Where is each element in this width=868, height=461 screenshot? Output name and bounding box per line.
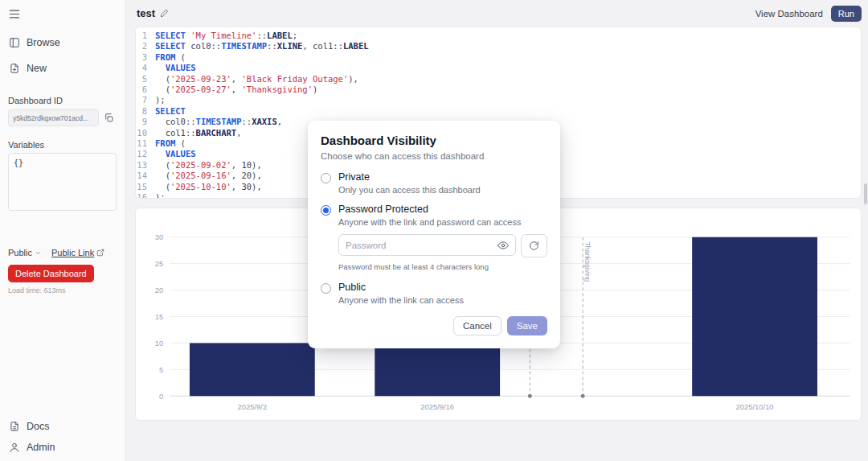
option-description: Only you can access this dashboard <box>338 185 547 195</box>
radio-private[interactable] <box>321 173 331 183</box>
code-line: 2SELECT col0::TIMESTAMP::XLINE, col1::LA… <box>136 41 861 51</box>
password-input[interactable] <box>346 241 497 250</box>
option-label: Password Protected <box>338 204 547 215</box>
sidebar-item-new[interactable]: New <box>9 63 47 74</box>
svg-text:25: 25 <box>155 259 163 268</box>
svg-text:10: 10 <box>155 339 163 348</box>
hamburger-icon <box>8 8 21 20</box>
option-private[interactable]: Private Only you can access this dashboa… <box>321 171 547 195</box>
svg-text:20: 20 <box>155 286 163 294</box>
edit-pencil-icon[interactable] <box>160 9 169 18</box>
code-line: 7); <box>136 95 861 105</box>
view-dashboard-button[interactable]: View Dashboard <box>755 9 823 19</box>
svg-text:Thanksgiving: Thanksgiving <box>583 242 592 282</box>
svg-text:2025/9/16: 2025/9/16 <box>420 402 454 411</box>
svg-text:5: 5 <box>159 365 163 374</box>
visibility-options: Private Only you can access this dashboa… <box>321 171 547 305</box>
svg-text:15: 15 <box>155 312 163 321</box>
browse-icon <box>9 37 20 48</box>
sidebar: Browse New Dashboard ID Variables {} Pub… <box>0 0 126 461</box>
variables-editor[interactable]: {} <box>8 153 117 211</box>
variables-label: Variables <box>8 140 44 150</box>
external-link-icon <box>96 249 104 257</box>
sidebar-item-browse[interactable]: Browse <box>9 37 60 48</box>
dashboard-id-row <box>8 109 119 126</box>
page-scrollbar[interactable] <box>864 183 867 204</box>
sidebar-item-label: Admin <box>27 442 55 453</box>
public-link[interactable]: Public Link <box>51 248 104 257</box>
svg-text:30: 30 <box>155 233 163 241</box>
eye-icon[interactable] <box>497 240 509 251</box>
page-title: test <box>137 7 169 19</box>
sidebar-footer: Docs Admin <box>9 421 55 453</box>
docs-icon <box>9 421 20 432</box>
radio-password-protected[interactable] <box>321 205 331 216</box>
delete-dashboard-button[interactable]: Delete Dashboard <box>8 265 94 282</box>
password-hint: Password must be at least 4 characters l… <box>338 262 547 271</box>
refresh-icon <box>529 241 539 251</box>
code-line: 6 ('2025-09-27', 'Thanksgiving') <box>136 84 861 95</box>
copy-icon <box>104 113 114 123</box>
option-text: Public Anyone with the link can access <box>338 282 547 305</box>
modal-title: Dashboard Visibility <box>321 134 547 147</box>
password-row <box>338 234 547 257</box>
save-button[interactable]: Save <box>507 316 547 335</box>
radio-public[interactable] <box>321 283 331 294</box>
public-link-label: Public Link <box>51 248 94 257</box>
code-line: 4 VALUES <box>136 63 861 73</box>
sidebar-item-admin[interactable]: Admin <box>9 442 55 453</box>
run-button[interactable]: Run <box>831 6 862 22</box>
header-actions: View Dashboard Run <box>755 6 862 22</box>
option-password-protected[interactable]: Password Protected Anyone with the link … <box>321 204 547 273</box>
option-text: Private Only you can access this dashboa… <box>338 171 547 195</box>
svg-text:2025/9/2: 2025/9/2 <box>238 402 268 411</box>
svg-text:2025/10/10: 2025/10/10 <box>736 402 774 411</box>
copy-button[interactable] <box>103 112 115 124</box>
modal-subtitle: Choose who can access this dashboard <box>321 151 547 161</box>
menu-button[interactable] <box>6 6 23 24</box>
sidebar-item-label: Browse <box>27 37 60 48</box>
option-label: Private <box>338 171 547 183</box>
visibility-select-value: Public <box>8 248 32 257</box>
option-text: Password Protected Anyone with the link … <box>338 204 547 273</box>
svg-text:0: 0 <box>159 392 163 401</box>
sidebar-item-docs[interactable]: Docs <box>9 421 55 432</box>
modal-actions: Cancel Save <box>321 316 547 335</box>
option-public[interactable]: Public Anyone with the link can access <box>321 282 547 305</box>
dashboard-visibility-modal: Dashboard Visibility Choose who can acce… <box>308 121 560 348</box>
header: test View Dashboard Run <box>126 0 868 27</box>
code-line: 3FROM ( <box>136 52 861 63</box>
code-line: 5 ('2025-09-23', 'Black Friday Outage'), <box>136 74 861 84</box>
sidebar-item-label: New <box>27 63 47 74</box>
dashboard-title: test <box>137 7 155 19</box>
cancel-button[interactable]: Cancel <box>453 316 502 335</box>
dashboard-id-input[interactable] <box>8 109 99 126</box>
visibility-row: Public Public Link <box>8 248 122 257</box>
option-label: Public <box>338 282 547 293</box>
code-line: 8SELECT <box>136 106 861 117</box>
sidebar-item-label: Docs <box>27 421 49 432</box>
option-description: Anyone with the link can access <box>338 295 547 305</box>
password-field <box>338 234 516 256</box>
file-plus-icon <box>9 63 20 74</box>
option-description: Anyone with the link and password can ac… <box>338 217 547 227</box>
app-root: Browse New Dashboard ID Variables {} Pub… <box>0 0 868 461</box>
dashboard-id-label: Dashboard ID <box>8 96 63 105</box>
visibility-select[interactable]: Public <box>8 248 42 257</box>
generate-password-button[interactable] <box>521 234 547 257</box>
load-time-text: Load time: 613ms <box>8 286 66 294</box>
code-line: 1SELECT 'My Timeline'::LABEL; <box>136 31 861 41</box>
user-icon <box>9 442 20 453</box>
chevron-down-icon <box>35 249 42 257</box>
